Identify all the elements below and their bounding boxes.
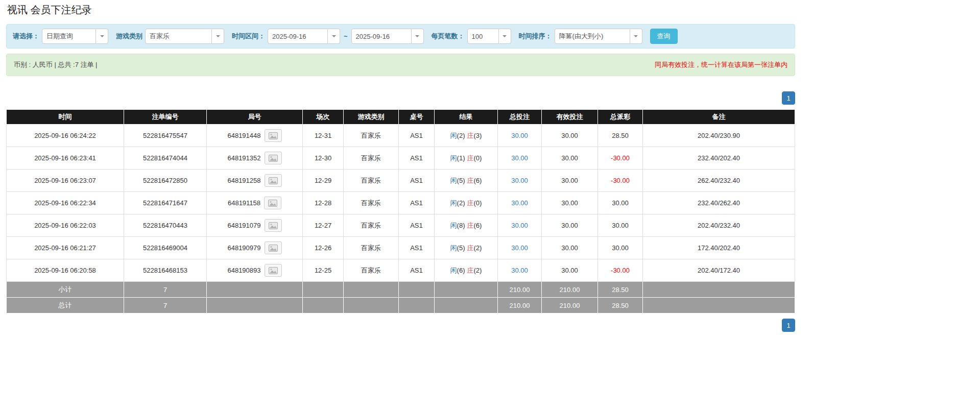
empty-cell [207, 298, 303, 313]
total-bet-link[interactable]: 30.00 [511, 222, 528, 229]
result-cell: 闲(2)庄(0) [435, 192, 498, 214]
banker-score: (6) [474, 222, 482, 229]
game-type-cell: 百家乐 [344, 259, 399, 282]
banker-result-label: 庄 [467, 177, 474, 184]
round-id: 648191158 [228, 199, 260, 207]
picture-icon [269, 132, 278, 139]
banker-result-label: 庄 [467, 199, 474, 207]
grand-total-label: 总计 [7, 298, 124, 313]
round-preview-button[interactable] [265, 219, 282, 232]
grand-total-count: 7 [124, 298, 207, 313]
banker-result-label: 庄 [467, 244, 474, 252]
payout-cell: -30.00 [598, 170, 643, 192]
date-from-input[interactable] [268, 29, 328, 44]
date-to-dropdown-button[interactable] [412, 29, 424, 44]
time-sort-label: 时间排序： [519, 32, 552, 41]
round-preview-button[interactable] [265, 129, 282, 142]
player-result-label: 闲 [450, 199, 457, 207]
player-result-label: 闲 [450, 177, 457, 184]
subtotal-valid-bet: 210.00 [542, 282, 598, 298]
time-cell: 2025-09-16 06:24:22 [7, 125, 124, 147]
page-1-button[interactable]: 1 [782, 319, 795, 332]
page-size-dropdown-button[interactable] [499, 29, 511, 44]
empty-cell [643, 282, 795, 298]
valid-bet-cell: 30.00 [542, 192, 598, 214]
caret-down-icon [415, 35, 419, 37]
result-cell: 闲(6)庄(2) [435, 259, 498, 282]
session-cell: 12-26 [303, 237, 344, 259]
round-preview-button[interactable] [265, 152, 282, 164]
caret-down-icon [503, 35, 507, 37]
caret-down-icon [216, 35, 220, 37]
round-id: 648191352 [227, 154, 260, 162]
range-separator: ~ [344, 33, 348, 40]
date-from-dropdown-button[interactable] [328, 29, 340, 44]
select-label: 请选择： [13, 32, 39, 41]
query-type-dropdown-button[interactable] [96, 29, 108, 44]
remark-cell: 172.40/202.40 [643, 237, 795, 259]
payout-cell: -30.00 [598, 259, 643, 282]
page-1-button[interactable]: 1 [782, 91, 795, 105]
game-type-select [145, 29, 224, 44]
summary-bar: 币别 : 人民币 | 总共 :7 注单 | 同局有效投注，统一计算在该局第一张注… [6, 54, 795, 76]
valid-bet-cell: 30.00 [542, 147, 598, 170]
date-from-select [268, 29, 340, 44]
subtotal-payout: 28.50 [598, 282, 643, 298]
banker-result-label: 庄 [467, 132, 474, 139]
column-header-0: 时间 [7, 110, 124, 125]
payout-cell: 30.00 [598, 237, 643, 259]
bet-id-cell: 522816470443 [124, 214, 207, 237]
table-row: 2025-09-16 06:24:22 522816475547 6481914… [7, 125, 795, 147]
page-title: 视讯 会员下注纪录 [7, 3, 795, 17]
time-range-label: 时间区间： [232, 32, 265, 41]
round-cell: 648190979 [207, 237, 303, 259]
caret-down-icon [332, 35, 336, 37]
picture-icon [269, 222, 278, 229]
total-bet-link[interactable]: 30.00 [511, 199, 528, 207]
session-cell: 12-27 [303, 214, 344, 237]
total-bet-link[interactable]: 30.00 [511, 244, 528, 252]
column-header-2: 局号 [207, 110, 303, 125]
player-score: (2) [457, 199, 465, 207]
round-id: 648191079 [227, 222, 260, 229]
bet-id-cell: 522816472850 [124, 170, 207, 192]
player-result-label: 闲 [450, 244, 457, 252]
column-header-9: 总派彩 [598, 110, 643, 125]
total-bet-link[interactable]: 30.00 [511, 267, 528, 274]
game-type-dropdown-button[interactable] [212, 29, 224, 44]
round-preview-button[interactable] [265, 174, 282, 187]
query-type-input[interactable] [42, 29, 96, 44]
round-preview-button[interactable] [265, 264, 282, 277]
game-type-cell: 百家乐 [344, 214, 399, 237]
game-type-cell: 百家乐 [344, 237, 399, 259]
time-sort-input[interactable] [555, 29, 630, 44]
picture-icon [269, 177, 278, 184]
round-preview-button[interactable] [264, 197, 281, 209]
round-cell: 648190893 [207, 259, 303, 282]
round-id: 648191448 [227, 132, 260, 139]
time-sort-dropdown-button[interactable] [630, 29, 642, 44]
grand-total-total-bet: 210.00 [498, 298, 542, 313]
banker-result-label: 庄 [467, 222, 474, 229]
subtotal-total-bet: 210.00 [498, 282, 542, 298]
total-bet-link[interactable]: 30.00 [511, 177, 528, 184]
picture-icon [269, 155, 278, 162]
round-cell: 648191258 [207, 170, 303, 192]
column-header-5: 桌号 [399, 110, 435, 125]
table-no-cell: AS1 [399, 214, 435, 237]
main-container: 视讯 会员下注纪录 请选择： 游戏类别 时间区间： ~ 每页笔数： 时间排序： [6, 3, 795, 332]
game-type-input[interactable] [145, 29, 212, 44]
grand-total-valid-bet: 210.00 [542, 298, 598, 313]
total-bet-cell: 30.00 [498, 192, 542, 214]
subtotal-count: 7 [124, 282, 207, 298]
date-to-input[interactable] [351, 29, 412, 44]
empty-cell [303, 282, 344, 298]
banker-score: (6) [474, 177, 482, 184]
total-bet-link[interactable]: 30.00 [511, 154, 528, 162]
page-size-input[interactable] [467, 29, 499, 44]
total-bet-link[interactable]: 30.00 [511, 132, 528, 139]
search-button[interactable]: 查询 [650, 29, 678, 44]
round-preview-button[interactable] [265, 241, 282, 254]
result-cell: 闲(5)庄(6) [435, 170, 498, 192]
player-score: (8) [457, 222, 465, 229]
